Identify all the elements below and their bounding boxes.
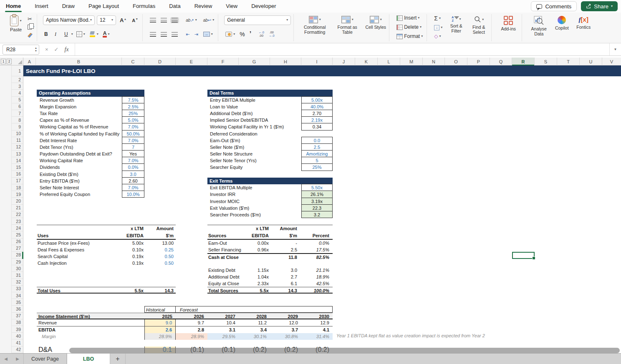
row-header[interactable]: 9 [12, 123, 23, 130]
align-left-button[interactable] [149, 31, 157, 38]
sheet-nav-right-icon[interactable]: ▶ [16, 356, 19, 361]
forecast-label-cell[interactable]: Forecast [176, 306, 333, 313]
margin-value-cell[interactable]: 31.4% [301, 333, 333, 340]
sources-label-cell[interactable]: Earn-Out [207, 240, 239, 246]
outline-level-1-button[interactable]: 1 [1, 59, 6, 64]
column-header[interactable]: R [512, 58, 535, 65]
deal-term-value-cell[interactable]: 2.5 [301, 143, 333, 151]
assumption-value-cell[interactable]: 25% [122, 110, 144, 117]
uses-header-amt2[interactable]: $'m [144, 232, 176, 239]
year-cell[interactable]: 2025 [144, 313, 176, 319]
exit-term-label-cell[interactable]: Exit Valuation ($'m) [207, 205, 301, 211]
copilot-button[interactable]: Copilot [552, 14, 571, 40]
year-cell[interactable]: 2028 [239, 313, 270, 319]
ribbon-tab[interactable]: Developer [251, 0, 276, 12]
sources-header-amt1[interactable]: Amount [270, 225, 301, 232]
decrease-decimal-button[interactable]: .00→.0 [268, 30, 276, 39]
exit-terms-header[interactable]: Exit Terms [207, 178, 333, 184]
assumption-value-cell[interactable]: 0.0% [122, 163, 144, 171]
assumption-label-cell[interactable]: Debt Interest Rate [37, 137, 122, 144]
sources-amount-cell[interactable] [270, 260, 301, 266]
margin-value-cell[interactable]: 28.9% [176, 333, 207, 340]
uses-amount-cell[interactable]: 0.50 [144, 253, 176, 260]
row-header[interactable]: 32 [12, 279, 23, 286]
sources-amount-cell[interactable]: - [270, 240, 301, 246]
assumption-value-cell[interactable]: 5.0% [122, 116, 144, 123]
column-header[interactable]: A [23, 58, 36, 65]
deal-term-label-cell[interactable]: Seller Note ($'m) [207, 144, 301, 151]
clear-button[interactable]: ◇▾ [433, 33, 444, 40]
deal-term-label-cell[interactable]: Seller Note Structure [207, 151, 301, 157]
margin-label-cell[interactable]: Margin [37, 333, 144, 340]
deal-term-value-cell[interactable]: 5 [301, 157, 333, 164]
row-header[interactable]: 3 [12, 83, 23, 90]
uses-label-cell[interactable]: Deal Fees & Expenses [37, 246, 122, 253]
margin-value-cell[interactable]: 28.9% [144, 333, 176, 340]
sources-label-cell[interactable] [207, 260, 239, 266]
operating-assumptions-header[interactable]: Operating Assumptions [37, 90, 144, 96]
uses-label-cell[interactable]: Purchase Price (ex-Fees) [37, 240, 122, 246]
margin-value-cell[interactable]: 30.1% [239, 333, 270, 340]
analyse-data-button[interactable]: Analyse Data [528, 14, 550, 40]
sources-amount-cell[interactable]: 2.5 [270, 246, 301, 253]
ribbon-tab[interactable]: View [226, 0, 237, 12]
column-header[interactable]: V [602, 58, 621, 65]
column-header[interactable]: D [144, 58, 176, 65]
uses-total-amount[interactable]: 14.3 [144, 287, 176, 293]
conditional-formatting-button[interactable]: ▾ Conditional Formatting [300, 14, 330, 40]
uses-amount-cell[interactable]: 0.25 [144, 246, 176, 253]
sources-percent-cell[interactable]: 17.5% [301, 246, 333, 253]
font-color-button[interactable]: A▾ [102, 30, 111, 38]
row-header[interactable]: 1 [12, 65, 23, 76]
sources-total-amount[interactable]: 14.3 [270, 287, 301, 293]
uses-label-cell[interactable]: Search Capital [37, 253, 122, 260]
ribbon-tab[interactable]: Page Layout [88, 0, 119, 12]
add-sheet-button[interactable]: + [110, 354, 126, 364]
sources-label-cell[interactable]: Cash at Close [207, 254, 239, 260]
year-cell[interactable]: 2027 [207, 313, 239, 319]
revenue-value-cell[interactable]: 9.7 [176, 319, 207, 326]
sort-filter-button[interactable]: AZ▾ Sort & Filter [446, 14, 466, 40]
deal-term-label-cell[interactable]: Entry EBITDA Multiple [207, 97, 301, 103]
column-header[interactable]: J [333, 58, 355, 65]
ebitda-value-cell[interactable]: 3.1 [207, 326, 239, 333]
revenue-value-cell[interactable]: 12.0 [270, 319, 301, 326]
uses-amount-cell[interactable] [144, 267, 176, 274]
delete-cells-button[interactable]: Delete▾ [395, 23, 424, 31]
assumption-value-cell[interactable]: 7.0% [122, 137, 144, 144]
assumption-label-cell[interactable]: Entry EBITDA ($'m) [37, 178, 122, 184]
row-header[interactable]: 41 [12, 339, 23, 346]
uses-amount-cell[interactable] [144, 280, 176, 287]
ebitda-value-cell[interactable]: 2.6 [144, 326, 176, 333]
deal-term-value-cell[interactable]: 0.34 [301, 123, 333, 130]
uses-mult-cell[interactable]: 5.00x [122, 240, 144, 246]
align-bottom-button[interactable] [170, 17, 179, 23]
format-painter-button[interactable] [28, 31, 34, 39]
number-format-select[interactable]: General▾ [224, 15, 291, 25]
assumption-label-cell[interactable]: Dividends [37, 164, 122, 171]
row-header[interactable]: 10 [12, 131, 23, 137]
sources-header-label[interactable]: Sources [207, 232, 239, 239]
fill-color-button[interactable]: ▾ [88, 30, 100, 38]
column-header[interactable]: C [122, 58, 144, 65]
assumption-label-cell[interactable]: Working Capital Rate [37, 157, 122, 164]
sources-mult-cell[interactable]: 0.00x [239, 240, 270, 246]
exit-term-label-cell[interactable]: Searcher Proceeds ($'m) [207, 211, 301, 218]
sources-total-label[interactable]: Total Sources [207, 287, 239, 293]
decrease-indent-button[interactable]: ⇤ [184, 31, 191, 38]
deal-term-value-cell[interactable]: 2.70 [301, 110, 333, 117]
row-header[interactable]: 24 [12, 225, 23, 231]
margin-value-cell[interactable]: 30.8% [270, 333, 301, 340]
exit-term-value-cell[interactable]: 22.3 [301, 204, 333, 211]
sources-mult-cell[interactable]: 2.33x [239, 280, 270, 287]
sources-header-pct2[interactable]: Percent [301, 232, 333, 239]
exit-term-value-cell[interactable]: 5.50x [301, 184, 333, 191]
row-header[interactable]: 17 [12, 178, 23, 184]
period-spacer[interactable] [37, 306, 144, 313]
uses-total-label[interactable]: Total Uses [37, 287, 122, 293]
row-header[interactable]: 18 [12, 184, 23, 191]
ribbon-tab[interactable]: Insert [35, 0, 48, 12]
sources-amount-cell[interactable]: 11.8 [270, 254, 301, 260]
year-cell[interactable]: 2030 [301, 313, 333, 319]
decrease-font-button[interactable]: A▼ [130, 17, 140, 23]
